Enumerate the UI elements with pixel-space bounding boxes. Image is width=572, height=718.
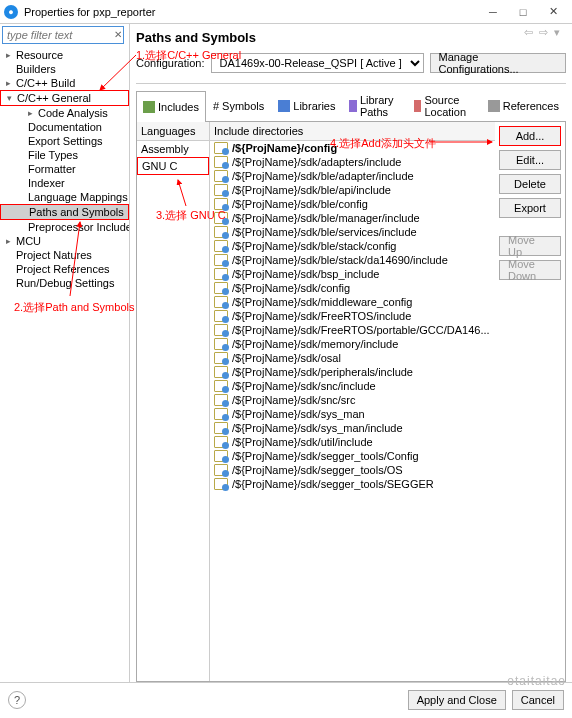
include-row[interactable]: /${ProjName}/sdk/FreeRTOS/portable/GCC/D… [210,323,495,337]
include-row[interactable]: /${ProjName}/sdk/peripherals/include [210,365,495,379]
include-row[interactable]: /${ProjName}/sdk/snc/include [210,379,495,393]
folder-icon [214,394,228,406]
include-path: /${ProjName}/sdk/util/include [232,436,373,448]
include-row[interactable]: /${ProjName}/sdk/ble/stack/da14690/inclu… [210,253,495,267]
tree-item-rundebug[interactable]: Run/Debug Settings [0,276,129,290]
tab-libraries[interactable]: Libraries [271,90,342,121]
help-button[interactable]: ? [8,691,26,709]
export-button[interactable]: Export [499,198,561,218]
include-row[interactable]: /${ProjName}/sdk/ble/adapter/include [210,169,495,183]
app-icon: ● [4,5,18,19]
close-button[interactable]: ✕ [538,1,568,23]
include-row[interactable]: /${ProjName}/config [210,141,495,155]
include-row[interactable]: /${ProjName}/sdk/segger_tools/SEGGER [210,477,495,491]
window-title: Properties for pxp_reporter [24,6,478,18]
tree-item-indexer[interactable]: Indexer [0,176,129,190]
include-row[interactable]: /${ProjName}/sdk/segger_tools/OS [210,463,495,477]
tree-item-ccbuild[interactable]: ▸C/C++ Build [0,76,129,90]
include-path: /${ProjName}/sdk/sys_man [232,408,365,420]
include-row[interactable]: /${ProjName}/sdk/bsp_include [210,267,495,281]
include-row[interactable]: /${ProjName}/sdk/snc/src [210,393,495,407]
references-icon [488,100,500,112]
folder-icon [214,296,228,308]
include-row[interactable]: /${ProjName}/sdk/ble/services/include [210,225,495,239]
lang-assembly[interactable]: Assembly [137,141,209,157]
tree-item-projnatures[interactable]: Project Natures [0,248,129,262]
maximize-button[interactable]: □ [508,1,538,23]
include-path: /${ProjName}/sdk/ble/adapter/include [232,170,414,182]
manage-config-button[interactable]: Manage Configurations... [430,53,567,73]
tree-item-codeanalysis[interactable]: ▸Code Analysis [0,106,129,120]
tree-item-documentation[interactable]: Documentation [0,120,129,134]
footer: ? Apply and Close Cancel [0,682,572,716]
tree-item-mcu[interactable]: ▸MCU [0,234,129,248]
config-label: Configuration: [136,57,205,69]
filter-input[interactable] [2,26,124,44]
include-path: /${ProjName}/config [232,142,337,154]
nav-menu-icon[interactable]: ▾ [552,26,562,39]
apply-close-button[interactable]: Apply and Close [408,690,506,710]
include-row[interactable]: /${ProjName}/sdk/middleware_config [210,295,495,309]
moveup-button[interactable]: Move Up [499,236,561,256]
delete-button[interactable]: Delete [499,174,561,194]
config-select[interactable]: DA1469x-00-Release_QSPI [ Active ] [211,53,424,73]
languages-header: Languages [137,122,209,141]
tree-item-formatter[interactable]: Formatter [0,162,129,176]
lang-gnuc[interactable]: GNU C [137,157,209,175]
include-row[interactable]: /${ProjName}/sdk/segger_tools/Config [210,449,495,463]
folder-icon [214,450,228,462]
include-path: /${ProjName}/sdk/ble/stack/config [232,240,396,252]
add-button[interactable]: Add... [499,126,561,146]
include-path: /${ProjName}/sdk/config [232,282,350,294]
include-row[interactable]: /${ProjName}/sdk/config [210,281,495,295]
include-row[interactable]: /${ProjName}/sdk/adapters/include [210,155,495,169]
include-path: /${ProjName}/sdk/ble/api/include [232,184,391,196]
includes-column: Include directories /${ProjName}/config/… [210,122,495,681]
tree-item-preprocinclude[interactable]: Preprocessor Include [0,220,129,234]
cancel-button[interactable]: Cancel [512,690,564,710]
include-path: /${ProjName}/sdk/ble/config [232,198,368,210]
include-path: /${ProjName}/sdk/middleware_config [232,296,412,308]
tree-item-exportsettings[interactable]: Export Settings [0,134,129,148]
clear-filter-icon[interactable]: ✕ [114,29,122,40]
include-row[interactable]: /${ProjName}/sdk/FreeRTOS/include [210,309,495,323]
include-row[interactable]: /${ProjName}/sdk/memory/include [210,337,495,351]
include-row[interactable]: /${ProjName}/sdk/ble/manager/include [210,211,495,225]
minimize-button[interactable]: ─ [478,1,508,23]
librarypaths-icon [349,100,356,112]
nav-back-icon[interactable]: ⇦ [522,26,535,39]
include-path: /${ProjName}/sdk/FreeRTOS/portable/GCC/D… [232,324,490,336]
folder-icon [214,408,228,420]
nav-fwd-icon[interactable]: ⇨ [537,26,550,39]
tab-references[interactable]: References [481,90,566,121]
include-row[interactable]: /${ProjName}/sdk/sys_man/include [210,421,495,435]
tabs: Includes # Symbols Libraries Library Pat… [136,90,566,122]
tree-item-pathssymbols[interactable]: Paths and Symbols [0,204,129,220]
tree-item-builders[interactable]: Builders [0,62,129,76]
include-row[interactable]: /${ProjName}/sdk/ble/config [210,197,495,211]
include-row[interactable]: /${ProjName}/sdk/osal [210,351,495,365]
include-path: /${ProjName}/sdk/bsp_include [232,268,379,280]
includes-header: Include directories [210,122,495,141]
movedown-button[interactable]: Move Down [499,260,561,280]
tab-sourceloc[interactable]: Source Location [407,90,481,121]
tree-item-projrefs[interactable]: Project References [0,262,129,276]
edit-button[interactable]: Edit... [499,150,561,170]
folder-icon [214,478,228,490]
tree-item-langmappings[interactable]: Language Mappings [0,190,129,204]
tree-item-filetypes[interactable]: File Types [0,148,129,162]
page-title: Paths and Symbols [136,30,566,45]
tree-item-ccgeneral[interactable]: ▾C/C++ General [0,90,129,106]
include-row[interactable]: /${ProjName}/sdk/util/include [210,435,495,449]
folder-icon [214,240,228,252]
main-panel: ⇦ ⇨ ▾ Paths and Symbols Configuration: D… [130,24,572,682]
include-row[interactable]: /${ProjName}/sdk/ble/api/include [210,183,495,197]
tab-includes[interactable]: Includes [136,91,206,122]
include-row[interactable]: /${ProjName}/sdk/ble/stack/config [210,239,495,253]
folder-icon [214,310,228,322]
include-row[interactable]: /${ProjName}/sdk/sys_man [210,407,495,421]
tab-librarypaths[interactable]: Library Paths [342,90,406,121]
tab-symbols[interactable]: # Symbols [206,90,271,121]
tree-item-resource[interactable]: ▸Resource [0,48,129,62]
include-path: /${ProjName}/sdk/ble/stack/da14690/inclu… [232,254,448,266]
